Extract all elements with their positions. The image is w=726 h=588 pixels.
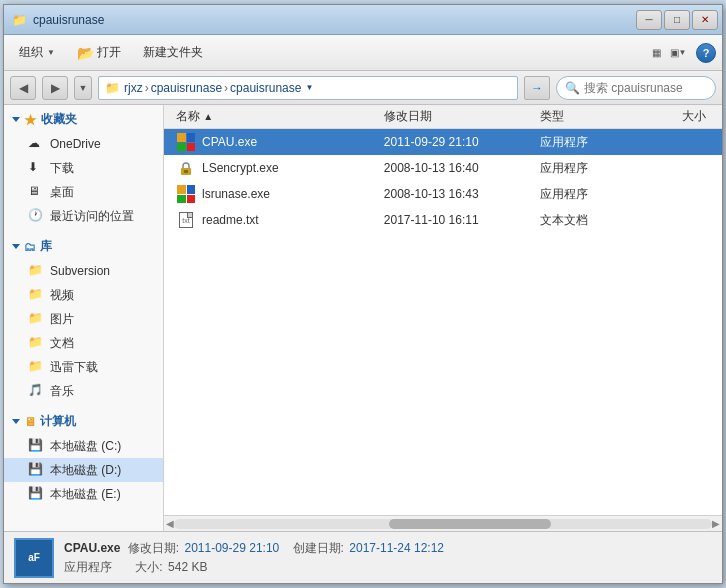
- sidebar-item-label-onedrive: OneDrive: [50, 137, 101, 151]
- sidebar-item-subversion[interactable]: 📁 Subversion: [4, 259, 163, 283]
- favorites-header[interactable]: ★ 收藏夹: [4, 105, 163, 132]
- lock-svg-icon: [178, 160, 194, 176]
- path-go-button[interactable]: →: [524, 76, 550, 100]
- col-header-name[interactable]: 名称 ▲: [172, 108, 384, 125]
- file-date-lsencrypt: 2008-10-13 16:40: [384, 161, 540, 175]
- open-button[interactable]: 📂 打开: [68, 40, 130, 66]
- organize-button[interactable]: 组织 ▼: [10, 40, 64, 66]
- horizontal-scrollbar[interactable]: ◀ ▶: [164, 515, 722, 531]
- path-dropdown-icon[interactable]: ▼: [305, 83, 313, 92]
- sidebar-item-music[interactable]: 🎵 音乐: [4, 379, 163, 403]
- scroll-track[interactable]: [174, 519, 712, 529]
- view-dropdown-arrow: ▼: [679, 48, 687, 57]
- sidebar-item-drive-c[interactable]: 💾 本地磁盘 (C:): [4, 434, 163, 458]
- view-toggle-button-2[interactable]: ▣ ▼: [668, 43, 688, 63]
- path-part-2[interactable]: cpauisrunase: [151, 81, 222, 95]
- lsencrypt-exe-icon: [176, 158, 196, 178]
- address-path[interactable]: 📁 rjxz › cpauisrunase › cpauisrunase ▼: [98, 76, 518, 100]
- scroll-right-button[interactable]: ▶: [712, 518, 720, 529]
- search-box[interactable]: 🔍: [556, 76, 716, 100]
- library-folder-icon: 🗂: [24, 240, 36, 254]
- table-row[interactable]: lsrunase.exe 2008-10-13 16:43 应用程序: [164, 181, 722, 207]
- recent-icon: 🕐: [28, 208, 44, 224]
- favorites-expand-icon: [12, 117, 20, 122]
- col-header-type[interactable]: 类型: [540, 108, 644, 125]
- minimize-button[interactable]: ─: [636, 10, 662, 30]
- sort-indicator: ▲: [203, 111, 213, 122]
- maximize-button[interactable]: □: [664, 10, 690, 30]
- recent-button[interactable]: ▼: [74, 76, 92, 100]
- sidebar-item-doc[interactable]: 📁 文档: [4, 331, 163, 355]
- column-headers: 名称 ▲ 修改日期 类型 大小: [164, 105, 722, 129]
- back-icon: ◀: [19, 81, 28, 95]
- sidebar-item-label-desktop: 桌面: [50, 184, 74, 201]
- favorites-label: 收藏夹: [41, 111, 77, 128]
- drive-e-icon: 💾: [28, 486, 44, 502]
- window-icon: 📁: [12, 13, 27, 27]
- video-icon: 📁: [28, 287, 44, 303]
- col-header-size[interactable]: 大小: [644, 108, 714, 125]
- sidebar-item-label-subversion: Subversion: [50, 264, 110, 278]
- computer-header[interactable]: 🖥 计算机: [4, 407, 163, 434]
- computer-expand-icon: [12, 419, 20, 424]
- sidebar-item-video[interactable]: 📁 视频: [4, 283, 163, 307]
- thunder-icon: 📁: [28, 359, 44, 375]
- sidebar-item-label-drive-c: 本地磁盘 (C:): [50, 438, 121, 455]
- favorites-section: ★ 收藏夹 ☁ OneDrive ⬇ 下载 🖥 桌面 🕐 最近访问的位置: [4, 105, 163, 228]
- table-row[interactable]: LSencrypt.exe 2008-10-13 16:40 应用程序: [164, 155, 722, 181]
- scroll-left-button[interactable]: ◀: [166, 518, 174, 529]
- close-button[interactable]: ✕: [692, 10, 718, 30]
- status-icon-text: aF: [28, 552, 40, 563]
- drive-c-icon: 💾: [28, 438, 44, 454]
- libraries-section: 🗂 库 📁 Subversion 📁 视频 📁 图片 📁 文档: [4, 232, 163, 403]
- window-title: cpauisrunase: [33, 13, 104, 27]
- file-list: CPAU.exe 2011-09-29 21:10 应用程序: [164, 129, 722, 515]
- table-row[interactable]: CPAU.exe 2011-09-29 21:10 应用程序: [164, 129, 722, 155]
- search-input[interactable]: [584, 81, 694, 95]
- new-folder-button[interactable]: 新建文件夹: [134, 40, 212, 66]
- explorer-window: 📁 cpauisrunase ─ □ ✕ 组织 ▼ 📂 打开 新建文件夹 ▦ ▣: [3, 4, 723, 584]
- sidebar: ★ 收藏夹 ☁ OneDrive ⬇ 下载 🖥 桌面 🕐 最近访问的位置: [4, 105, 164, 531]
- status-size-label: 大小:: [135, 560, 162, 574]
- status-top-line: CPAU.exe 修改日期: 2011-09-29 21:10 创建日期: 20…: [64, 540, 444, 557]
- recent-dropdown-icon: ▼: [79, 83, 88, 93]
- status-file-icon: aF: [14, 538, 54, 578]
- sidebar-item-label-thunder: 迅雷下载: [50, 359, 98, 376]
- title-bar: 📁 cpauisrunase ─ □ ✕: [4, 5, 722, 35]
- sidebar-item-onedrive[interactable]: ☁ OneDrive: [4, 132, 163, 156]
- forward-button[interactable]: ▶: [42, 76, 68, 100]
- status-modify-date: 2011-09-29 21:10: [185, 541, 280, 555]
- sidebar-item-downloads[interactable]: ⬇ 下载: [4, 156, 163, 180]
- subversion-icon: 📁: [28, 263, 44, 279]
- organize-label: 组织: [19, 44, 43, 61]
- sidebar-item-desktop[interactable]: 🖥 桌面: [4, 180, 163, 204]
- computer-label: 计算机: [40, 413, 76, 430]
- path-folder-icon: 📁: [105, 81, 120, 95]
- sidebar-item-label-drive-d: 本地磁盘 (D:): [50, 462, 121, 479]
- scroll-thumb[interactable]: [389, 519, 550, 529]
- libraries-label: 库: [40, 238, 52, 255]
- toolbar: 组织 ▼ 📂 打开 新建文件夹 ▦ ▣ ▼ ?: [4, 35, 722, 71]
- col-header-date[interactable]: 修改日期: [384, 108, 540, 125]
- sidebar-item-drive-e[interactable]: 💾 本地磁盘 (E:): [4, 482, 163, 506]
- path-part-3[interactable]: cpauisrunase: [230, 81, 301, 95]
- forward-icon: ▶: [51, 81, 60, 95]
- view-toggle-button[interactable]: ▦: [646, 43, 666, 63]
- view-icon-1: ▦: [652, 47, 661, 58]
- sidebar-item-thunder[interactable]: 📁 迅雷下载: [4, 355, 163, 379]
- path-part-1[interactable]: rjxz: [124, 81, 143, 95]
- help-button[interactable]: ?: [696, 43, 716, 63]
- table-row[interactable]: txt readme.txt 2017-11-10 16:11 文本文档: [164, 207, 722, 233]
- sidebar-item-image[interactable]: 📁 图片: [4, 307, 163, 331]
- back-button[interactable]: ◀: [10, 76, 36, 100]
- sidebar-item-label-drive-e: 本地磁盘 (E:): [50, 486, 121, 503]
- desktop-icon: 🖥: [28, 184, 44, 200]
- status-create-date: 2017-11-24 12:12: [349, 541, 444, 555]
- file-date-lsrunase: 2008-10-13 16:43: [384, 187, 540, 201]
- music-icon: 🎵: [28, 383, 44, 399]
- sidebar-item-drive-d[interactable]: 💾 本地磁盘 (D:): [4, 458, 163, 482]
- folder-open-icon: 📂: [77, 45, 94, 61]
- sidebar-item-label-downloads: 下载: [50, 160, 74, 177]
- sidebar-item-recent[interactable]: 🕐 最近访问的位置: [4, 204, 163, 228]
- libraries-header[interactable]: 🗂 库: [4, 232, 163, 259]
